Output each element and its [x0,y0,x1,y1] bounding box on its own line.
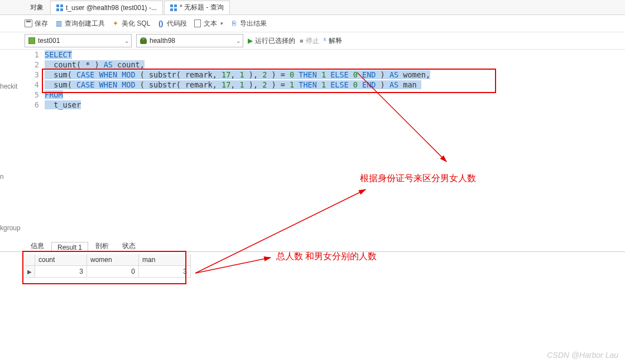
sql-number: 1 [321,70,326,79]
text-button[interactable]: 文本▾ [194,19,223,28]
window-tab-strip: 对象 t_user @health98 (test001) -... * 无标题… [0,0,625,15]
save-button[interactable]: 保存 [25,19,48,28]
tab-info[interactable]: 信息 [25,240,50,251]
sql-token: count( * ) [54,60,103,69]
cell-count[interactable]: 3 [35,266,87,278]
sql-keyword: SELECT [45,50,72,59]
chevron-down-icon: ⌄ [236,38,241,44]
sql-keyword: END [358,80,381,89]
sql-keyword: AS [390,80,398,89]
tab-result1[interactable]: Result 1 [51,242,88,252]
column-header-count[interactable]: count [35,254,87,266]
paren-icon: () [157,20,165,27]
sql-keyword: CASE WHEN MOD [76,70,136,79]
sparkle-icon: ✦ [112,20,119,27]
watermark: CSDN @Harbor Lau [547,351,618,360]
sql-keyword: ELSE [326,80,353,89]
table-row[interactable]: ▶ 3 0 3 [25,266,625,278]
text-label: 文本 [204,19,217,28]
explain-button[interactable]: ᴱ解释 [324,36,342,46]
tab-tuser[interactable]: t_user @health98 (test001) -... [50,1,163,14]
connection-dropdown[interactable]: test001 ⌄ [25,34,132,47]
sql-number: 1 [321,80,326,89]
query-builder-button[interactable]: ▥查询创建工具 [55,19,105,28]
play-icon: ▶ [248,37,253,45]
beautify-sql-button[interactable]: ✦美化 SQL [112,19,150,28]
code-snippet-button[interactable]: ()代码段 [157,19,187,28]
tab-objects[interactable]: 对象 [25,1,49,14]
row-indicator-icon: ▶ [25,266,35,278]
sql-keyword: AS [390,70,398,79]
explain-icon: ᴱ [324,37,326,45]
chevron-down-icon: ▾ [220,21,223,26]
run-selected-button[interactable]: ▶运行已选择的 [248,36,295,46]
sql-keyword: ELSE [326,70,353,79]
sql-token: sum( [54,80,76,89]
line-number: 3 [0,70,45,80]
tab-label: 对象 [30,3,44,12]
result-tab-strip: 信息 Result 1 剖析 状态 [0,239,625,252]
export-label: 导出结果 [240,19,267,28]
query-builder-icon: ▥ [55,20,62,27]
line-number: 6 [0,100,45,110]
tab-status[interactable]: 状态 [116,240,142,251]
sql-number: 0 [353,70,358,79]
line-number: 5 [0,90,45,100]
sql-number: 0 [290,70,294,79]
tab-untitled-query[interactable]: * 无标题 - 查询 [164,1,230,14]
sql-editor[interactable]: 1SELECT 2 count( * ) AS count, 3 sum( CA… [0,50,625,228]
sql-token: ) = [267,80,290,89]
sql-number: 17 [222,80,230,89]
sql-token: ), [244,70,263,79]
sql-number: 17 [222,70,230,79]
stop-icon: ■ [300,37,304,44]
sql-keyword: THEN [294,80,321,89]
document-icon [194,20,201,27]
sql-number: 1 [290,80,294,89]
line-number: 1 [0,50,45,60]
sql-number: 1 [240,80,244,89]
save-icon [25,20,32,27]
query-toolbar: 保存 ▥查询创建工具 ✦美化 SQL ()代码段 文本▾ ⎘导出结果 [0,15,625,32]
cutoff-text-2: kgroup [0,224,21,232]
cutoff-text-0: heckit [0,82,17,90]
sql-token: ) [381,80,390,89]
sql-number: 1 [240,70,244,79]
sql-token: ( substr( remark, [136,70,222,79]
sql-token: , [230,70,239,79]
connection-name: test001 [38,37,60,45]
query-builder-label: 查询创建工具 [65,19,105,28]
sql-token: sum( [54,70,76,79]
column-header-man[interactable]: man [139,254,191,266]
save-label: 保存 [35,19,48,28]
sql-keyword: CASE WHEN MOD [76,80,136,89]
sql-number: 0 [353,80,358,89]
sql-token: ), [244,80,263,89]
annotation-text-1: 根据身份证号来区分男女人数 [360,173,476,185]
sql-keyword: FROM [45,90,63,99]
tab-label: t_user @health98 (test001) -... [66,4,157,12]
sql-keyword: AS [104,60,113,69]
sql-token: ) = [267,70,290,79]
beautify-label: 美化 SQL [122,19,150,28]
table-icon [170,4,177,11]
cell-man[interactable]: 3 [139,266,191,278]
line-number: 2 [0,60,45,70]
database-dropdown[interactable]: health98 ⌄ [136,34,243,47]
connection-bar: test001 ⌄ health98 ⌄ ▶运行已选择的 ■停止 ᴱ解释 [0,32,625,50]
annotation-text-2: 总人数 和男女分别的人数 [276,251,377,263]
sql-token: count, [113,60,145,69]
chevron-down-icon: ⌄ [124,38,129,44]
stop-button[interactable]: ■停止 [300,36,319,46]
tab-profile[interactable]: 剖析 [89,240,115,251]
row-selector-header [25,254,35,266]
snippet-label: 代码段 [167,19,187,28]
explain-label: 解释 [329,36,342,46]
sql-token: women, [398,70,430,79]
cell-women[interactable]: 0 [87,266,139,278]
stop-label: 停止 [306,36,319,46]
tab-label: * 无标题 - 查询 [180,3,224,12]
sql-keyword: THEN [294,70,321,79]
export-button[interactable]: ⎘导出结果 [230,19,267,28]
column-header-women[interactable]: women [87,254,139,266]
